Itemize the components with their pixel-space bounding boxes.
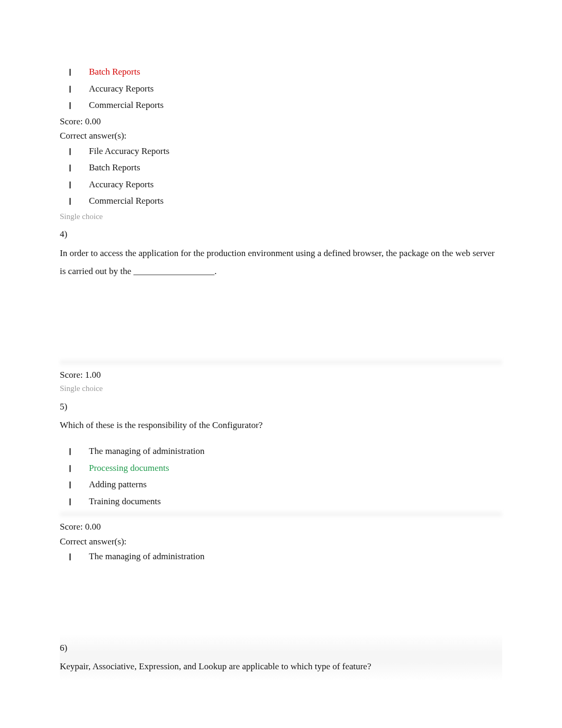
question-number: 5): [60, 395, 502, 417]
option-text: Accuracy Reports: [89, 82, 153, 96]
question-5-correct-options: ❙ The managing of administration: [60, 548, 502, 565]
option-text: Commercial Reports: [89, 98, 164, 112]
score-label: Score: 1.00: [60, 367, 502, 382]
option-text: Accuracy Reports: [89, 178, 153, 192]
option-text: The managing of administration: [89, 550, 205, 563]
bullet-icon: ❙: [60, 446, 89, 457]
score-label: Score: 0.00: [60, 114, 502, 129]
option-row: ❙ Commercial Reports: [60, 193, 502, 210]
correct-answers-label: Correct answer(s):: [60, 128, 502, 143]
option-row: ❙ The managing of administration: [60, 548, 502, 565]
option-row: ❙ Processing documents: [60, 460, 502, 477]
question-number: 6): [60, 636, 502, 658]
option-text: Batch Reports: [89, 161, 140, 175]
spacer: [60, 565, 502, 634]
question-3-correct-options: ❙ File Accuracy Reports ❙ Batch Reports …: [60, 143, 502, 210]
bullet-icon: ❙: [60, 100, 89, 111]
option-row: ❙ The managing of administration: [60, 443, 502, 460]
option-text: Commercial Reports: [89, 194, 164, 208]
option-row: ❙ Batch Reports: [60, 63, 502, 80]
question-text: Keypair, Associative, Expression, and Lo…: [60, 658, 502, 679]
option-row: ❙ Batch Reports: [60, 159, 502, 176]
blur-divider: [60, 511, 502, 518]
option-row: ❙ Commercial Reports: [60, 97, 502, 114]
bullet-icon: ❙: [60, 146, 89, 157]
blur-divider: [60, 359, 502, 366]
option-row: ❙ Accuracy Reports: [60, 80, 502, 97]
option-row: ❙ Accuracy Reports: [60, 176, 502, 193]
correct-answers-label: Correct answer(s):: [60, 534, 502, 549]
bullet-icon: ❙: [60, 196, 89, 206]
option-text: The managing of administration: [89, 444, 205, 458]
bullet-icon: ❙: [60, 551, 89, 562]
question-5-options: ❙ The managing of administration ❙ Proce…: [60, 438, 502, 509]
question-text: Which of these is the responsibility of …: [60, 416, 502, 438]
bullet-icon: ❙: [60, 179, 89, 190]
option-text: Processing documents: [89, 461, 169, 475]
option-text: File Accuracy Reports: [89, 144, 169, 158]
bullet-icon: ❙: [60, 479, 89, 490]
score-label: Score: 0.00: [60, 519, 502, 534]
bullet-icon: ❙: [60, 496, 89, 507]
question-text: In order to access the application for t…: [60, 244, 502, 284]
option-text: Adding patterns: [89, 478, 147, 492]
bullet-icon: ❙: [60, 84, 89, 94]
question-type-label: Single choice: [60, 381, 502, 395]
bullet-icon: ❙: [60, 67, 89, 77]
bullet-icon: ❙: [60, 162, 89, 173]
question-3-options: ❙ Batch Reports ❙ Accuracy Reports ❙ Com…: [60, 63, 502, 114]
spacer: [60, 284, 502, 358]
option-text: Training documents: [89, 495, 161, 508]
option-row: ❙ Adding patterns: [60, 476, 502, 493]
option-row: ❙ File Accuracy Reports: [60, 143, 502, 160]
option-text: Batch Reports: [89, 65, 140, 79]
question-6-block: 6) Keypair, Associative, Expression, and…: [60, 634, 502, 681]
question-type-label: Single choice: [60, 210, 502, 223]
option-row: ❙ Training documents: [60, 493, 502, 510]
question-number: 4): [60, 222, 502, 244]
bullet-icon: ❙: [60, 463, 89, 474]
